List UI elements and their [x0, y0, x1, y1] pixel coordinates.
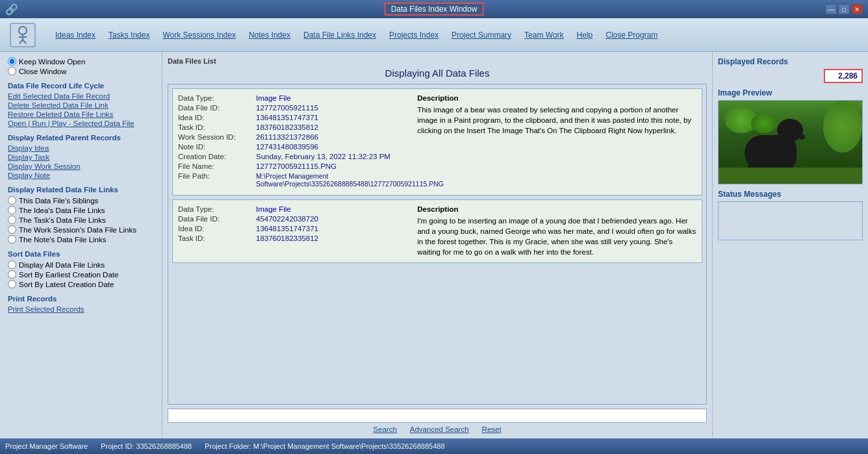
note-file-links-radio[interactable]: The Note's Data File Links — [8, 235, 154, 244]
menu-projects-index[interactable]: Projects Index — [383, 28, 445, 42]
menu-tasks-index[interactable]: Tasks Index — [102, 28, 156, 42]
menu-items: Ideas Index Tasks Index Work Sessions In… — [49, 28, 664, 42]
menu-help[interactable]: Help — [570, 28, 600, 42]
list-header: Data Files List — [168, 57, 707, 65]
menu-notes-index[interactable]: Notes Index — [242, 28, 297, 42]
idea-file-links-radio[interactable]: The Idea's Data File Links — [8, 206, 154, 214]
sort-earliest-radio[interactable]: Sort By Earliest Creation Date — [8, 270, 154, 279]
main-container: Keep Window Open Close Window Data File … — [0, 52, 868, 438]
content-area: Data Files List Displaying All Data File… — [162, 52, 712, 438]
app-logo-area — [6, 22, 39, 48]
parent-records-section-title: Display Related Parent Records — [8, 134, 154, 142]
displayed-records-value: 2,286 — [824, 69, 863, 83]
search-links: Search Advanced Search Reset — [168, 425, 707, 433]
title-bar: 🔗 Data Files Index Window — □ ✕ — [0, 0, 868, 18]
search-input[interactable] — [168, 409, 707, 423]
image-preview-section: Image Preview — [718, 88, 863, 184]
search-button[interactable]: Search — [373, 425, 396, 433]
displaying-title: Displaying All Data Files — [168, 68, 707, 79]
open-run-play-link[interactable]: Open | Run | Play - Selected Data File — [8, 120, 154, 127]
keep-window-open-radio[interactable]: Keep Window Open — [8, 57, 154, 66]
data-file-links-section-title: Display Related Data File Links — [8, 186, 154, 194]
logo-icon — [10, 23, 36, 47]
sort-latest-radio[interactable]: Sort By Latest Creation Date — [8, 280, 154, 288]
record-1-fields: Data Type:Image File Data File ID:127727… — [178, 94, 411, 190]
status-messages-box — [718, 201, 863, 240]
project-id: Project ID: 33526268885488 — [101, 442, 192, 450]
menu-ideas-index[interactable]: Ideas Index — [49, 28, 102, 42]
svg-line-3 — [19, 40, 23, 44]
print-section-title: Print Records — [8, 295, 154, 303]
search-area: Search Advanced Search Reset — [168, 409, 707, 433]
menu-bar: Ideas Index Tasks Index Work Sessions In… — [0, 18, 868, 52]
record-1-description: Description This image of a bear was cre… — [417, 94, 696, 190]
app-logo: 🔗 — [5, 3, 18, 16]
app-name: Project Manager Software — [5, 442, 88, 450]
maximize-button[interactable]: □ — [838, 4, 850, 14]
displayed-records-section: Displayed Records 2,286 — [718, 57, 863, 83]
edit-record-link[interactable]: Edit Selected Data File Record — [8, 92, 154, 100]
work-session-file-links-radio[interactable]: The Work Session's Data File Links — [8, 225, 154, 234]
display-all-radio[interactable]: Display All Data File Links — [8, 260, 154, 269]
print-records-link[interactable]: Print Selected Records — [8, 305, 154, 313]
advanced-search-button[interactable]: Advanced Search — [410, 425, 469, 433]
image-preview-box — [718, 100, 863, 184]
menu-close-program[interactable]: Close Program — [599, 28, 664, 42]
display-work-session-link[interactable]: Display Work Session — [8, 162, 154, 170]
menu-team-work[interactable]: Team Work — [518, 28, 570, 42]
display-task-link[interactable]: Display Task — [8, 153, 154, 161]
sort-section-title: Sort Data Files — [8, 250, 154, 258]
menu-work-sessions-index[interactable]: Work Sessions Index — [156, 28, 242, 42]
reset-button[interactable]: Reset — [482, 425, 502, 433]
status-messages-section: Status Messages — [718, 190, 863, 240]
display-note-link[interactable]: Display Note — [8, 171, 154, 179]
bear-scene — [719, 101, 862, 184]
minimize-button[interactable]: — — [825, 4, 837, 14]
project-folder: Project Folder: M:\Project Management So… — [205, 442, 444, 450]
status-messages-title: Status Messages — [718, 190, 863, 199]
close-button[interactable]: ✕ — [851, 4, 863, 14]
grass — [719, 168, 862, 184]
close-window-radio[interactable]: Close Window — [8, 67, 154, 75]
sidebar: Keep Window Open Close Window Data File … — [0, 52, 162, 438]
right-panel: Displayed Records 2,286 Image Preview — [712, 52, 868, 438]
records-container[interactable]: Data Type:Image File Data File ID:127727… — [168, 84, 707, 405]
record-2-fields: Data Type:Image File Data File ID:454702… — [178, 205, 411, 257]
record-card-2[interactable]: Data Type:Image File Data File ID:454702… — [172, 199, 702, 263]
delete-link-link[interactable]: Delete Selected Data File Link — [8, 101, 154, 109]
svg-point-0 — [19, 27, 27, 34]
record-2-description: Description I'm going to be inserting an… — [417, 205, 696, 257]
status-bar: Project Manager Software Project ID: 335… — [0, 438, 868, 454]
restore-links-link[interactable]: Restore Deleted Data File Links — [8, 110, 154, 118]
siblings-radio[interactable]: This Data File's Siblings — [8, 196, 154, 205]
displayed-records-title: Displayed Records — [718, 57, 863, 66]
life-cycle-section-title: Data File Record Life Cycle — [8, 82, 154, 90]
svg-line-4 — [23, 40, 26, 44]
image-preview-title: Image Preview — [718, 88, 863, 97]
task-file-links-radio[interactable]: The Task's Data File Links — [8, 216, 154, 224]
menu-project-summary[interactable]: Project Summary — [445, 28, 518, 42]
window-title: Data Files Index Window — [385, 3, 484, 16]
foliage — [823, 101, 862, 153]
menu-data-file-links-index[interactable]: Data File Links Index — [297, 28, 383, 42]
record-card-1[interactable]: Data Type:Image File Data File ID:127727… — [172, 88, 702, 195]
display-idea-link[interactable]: Display Idea — [8, 144, 154, 152]
window-controls: — □ ✕ — [825, 4, 863, 14]
